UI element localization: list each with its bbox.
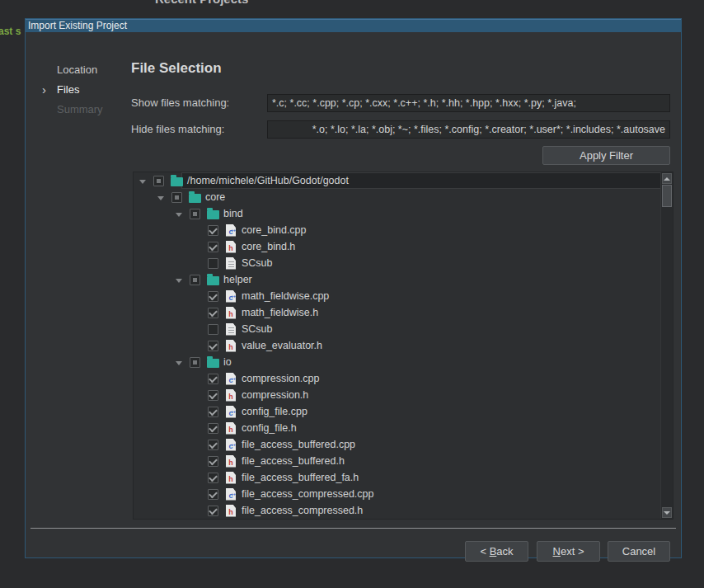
file-icon-box: c++ [224, 289, 237, 303]
text-lines-glyph [228, 327, 234, 334]
expand-arrow-icon[interactable] [176, 279, 182, 283]
tree-row[interactable]: hcompression.h [134, 387, 660, 403]
expand-slot [173, 211, 185, 217]
tree-row[interactable]: c++config_file.cpp [134, 403, 660, 420]
file-icon-box: c++ [224, 487, 237, 501]
checkbox-partial[interactable] [190, 209, 200, 219]
apply-filter-button[interactable]: Apply Filter [542, 146, 670, 165]
next-button[interactable]: Next > [537, 541, 600, 562]
checkbox-checked[interactable] [208, 456, 218, 467]
show-files-value: *.c; *.cc; *.cpp; *.cp; *.cxx; *.c++; *.… [272, 95, 576, 111]
scrollbar-up-button[interactable] [662, 173, 672, 184]
file-icon-box [206, 207, 219, 220]
expand-arrow-icon[interactable] [139, 180, 146, 184]
checkbox-partial[interactable] [153, 176, 164, 186]
cpp-file-icon: c++ [226, 290, 236, 303]
tree-row[interactable]: hmath_fieldwise.h [134, 304, 660, 321]
show-files-matching-label: Show files matching: [131, 94, 229, 112]
checkbox-checked[interactable] [208, 423, 218, 434]
scrollbar-down-button[interactable] [662, 507, 672, 518]
cpp-plus-glyph: ++ [231, 228, 236, 233]
tree-row[interactable]: c++math_fieldwise.cpp [134, 288, 660, 304]
folder-icon [171, 177, 183, 186]
expand-slot [137, 178, 148, 184]
tree-row[interactable]: c++compression.cpp [134, 370, 660, 387]
window-title: Import Existing Project [28, 20, 127, 31]
checkbox-checked[interactable] [208, 374, 218, 384]
tree-row[interactable]: io [134, 354, 660, 370]
window-titlebar[interactable]: Import Existing Project [26, 19, 681, 32]
tree-row[interactable]: c++core_bind.cpp [134, 222, 660, 238]
page-title: File Selection [131, 60, 222, 77]
tree-item-label: compression.cpp [242, 373, 320, 384]
scrollbar[interactable] [660, 172, 673, 519]
file-icon-box: h [224, 306, 237, 319]
file-icon-box [206, 355, 219, 369]
file-tree[interactable]: /home/michele/GitHub/Godot/godotcorebind… [133, 172, 673, 520]
checkbox-checked[interactable] [208, 341, 218, 351]
checkbox-checked[interactable] [208, 407, 218, 417]
checkbox-partial[interactable] [171, 192, 182, 203]
checkbox-partial[interactable] [190, 357, 200, 368]
tree-row[interactable]: hcore_bind.h [134, 238, 660, 255]
file-icon-box [224, 322, 237, 336]
tree-row[interactable]: helper [134, 271, 660, 288]
tree-row[interactable]: hconfig_file.h [134, 420, 660, 436]
wizard-step-location[interactable]: Location [42, 60, 103, 80]
tree-row[interactable]: SCsub [134, 255, 660, 271]
tree-row[interactable]: bind [134, 205, 660, 222]
wizard-step-files[interactable]: ›Files [42, 80, 103, 100]
up-arrow-icon [664, 177, 670, 181]
tree-row[interactable]: hvalue_evaluator.h [134, 337, 660, 354]
expand-arrow-icon[interactable] [176, 361, 182, 365]
folder-icon [207, 359, 219, 368]
cpp-plus-glyph: ++ [231, 376, 236, 381]
cancel-button[interactable]: Cancel [608, 541, 670, 562]
header-letter-glyph: h [228, 393, 233, 402]
tree-row[interactable]: hfile_access_buffered_fa.h [134, 469, 660, 486]
tree-row[interactable]: c++file_access_compressed.cpp [134, 486, 660, 502]
wizard-step-summary[interactable]: Summary [42, 100, 103, 120]
header-file-icon: h [226, 455, 236, 468]
footer-separator [31, 528, 676, 529]
tree-row[interactable]: /home/michele/GitHub/Godot/godot [134, 172, 660, 189]
cpp-file-icon: c++ [226, 488, 236, 501]
header-file-icon: h [226, 472, 236, 484]
show-files-input[interactable]: *.c; *.cc; *.cpp; *.cp; *.cxx; *.c++; *.… [267, 94, 670, 112]
checkbox-checked[interactable] [208, 291, 218, 302]
tree-row[interactable]: c++file_access_buffered.cpp [134, 436, 660, 453]
tree-item-label: file_access_compressed.h [242, 505, 363, 516]
checkbox-unchecked[interactable] [208, 258, 218, 269]
file-icon-box: c++ [224, 438, 237, 451]
file-icon-box: h [224, 339, 237, 352]
tree-row[interactable]: hfile_access_buffered.h [134, 453, 660, 469]
checkbox-unchecked[interactable] [208, 324, 218, 335]
checkbox-checked[interactable] [208, 225, 218, 236]
cpp-file-icon: c++ [226, 439, 236, 451]
text-file-icon [226, 323, 236, 336]
scrollbar-thumb[interactable] [662, 185, 672, 207]
checkbox-checked[interactable] [208, 390, 218, 401]
expand-arrow-icon[interactable] [157, 196, 164, 200]
tree-row[interactable]: core [134, 189, 660, 205]
back-button[interactable]: < Back [465, 541, 528, 562]
checkbox-checked[interactable] [208, 473, 218, 483]
file-icon-box [224, 256, 237, 270]
tree-item-label: file_access_buffered.h [242, 455, 345, 467]
checkbox-partial[interactable] [190, 275, 200, 285]
checkbox-checked[interactable] [208, 308, 218, 318]
text-lines-glyph [228, 261, 234, 268]
tree-item-label: math_fieldwise.cpp [242, 290, 329, 302]
file-icon-box: h [224, 388, 237, 402]
cpp-file-icon: c++ [226, 373, 236, 385]
background-left-label: ast s [0, 26, 21, 37]
checkbox-checked[interactable] [208, 440, 218, 450]
checkbox-checked[interactable] [208, 242, 218, 252]
hide-files-input[interactable]: *.o; *.lo; *.la; *.obj; *~; *.files; *.c… [267, 120, 670, 139]
checkbox-checked[interactable] [208, 489, 218, 500]
expand-arrow-icon[interactable] [176, 213, 182, 217]
checkbox-checked[interactable] [208, 506, 218, 516]
tree-row[interactable]: hfile_access_compressed.h [134, 502, 660, 519]
header-letter-glyph: h [228, 459, 233, 468]
tree-row[interactable]: SCsub [134, 321, 660, 337]
